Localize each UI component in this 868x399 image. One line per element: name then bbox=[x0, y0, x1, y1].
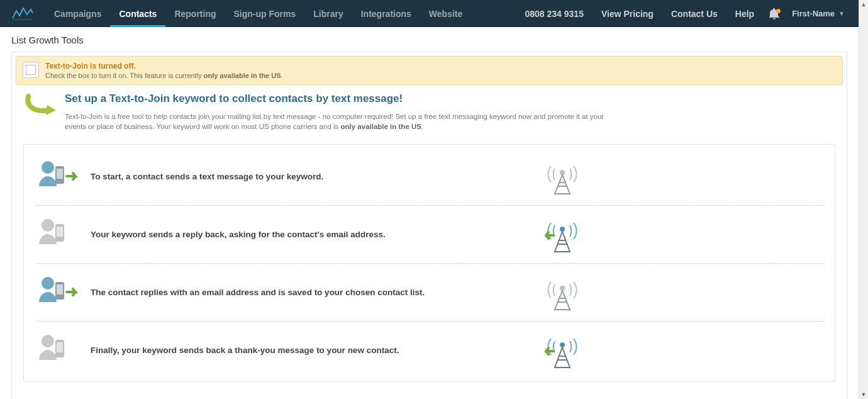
footer-text: Check out our Texting Action Planner bbox=[12, 393, 847, 399]
alert-subtext: Check the box to turn it on. This featur… bbox=[45, 72, 283, 79]
person-phone-send-icon bbox=[35, 157, 79, 195]
intro-text-prefix: Text-to-Join is a free tool to help cont… bbox=[65, 113, 604, 130]
steps-panel: To start, a contact sends a text message… bbox=[23, 144, 835, 382]
user-name: First-Name bbox=[792, 9, 835, 18]
alert-sub-prefix: Check the box to turn it on. This featur… bbox=[45, 72, 204, 79]
svg-point-8 bbox=[42, 277, 54, 289]
phone-number[interactable]: 0808 234 9315 bbox=[516, 0, 592, 27]
nav-label: Campaigns bbox=[54, 9, 101, 19]
curved-arrow-icon bbox=[23, 93, 55, 118]
svg-rect-2 bbox=[57, 169, 63, 179]
view-pricing-link[interactable]: View Pricing bbox=[593, 0, 662, 27]
contact-us-link[interactable]: Contact Us bbox=[662, 0, 726, 27]
svg-point-0 bbox=[42, 161, 54, 174]
enable-checkbox-wrap[interactable] bbox=[23, 62, 39, 78]
step-text: To start, a contact sends a text message… bbox=[91, 172, 529, 181]
svg-rect-14 bbox=[57, 342, 63, 352]
step-text: Finally, your keyword sends back a thank… bbox=[91, 346, 529, 355]
tower-reply-icon bbox=[540, 215, 584, 253]
notifications-button[interactable] bbox=[763, 0, 786, 27]
nav-library[interactable]: Library bbox=[304, 0, 352, 27]
svg-point-12 bbox=[42, 335, 54, 347]
intro-description: Text-to-Join is a free tool to help cont… bbox=[65, 111, 618, 132]
svg-rect-10 bbox=[57, 284, 63, 295]
contact-text: Contact Us bbox=[671, 9, 718, 19]
person-phone-idle-icon bbox=[35, 331, 79, 369]
nav-contacts[interactable]: Contacts bbox=[110, 0, 165, 27]
tower-icon bbox=[540, 157, 584, 195]
pricing-text: View Pricing bbox=[601, 9, 654, 19]
nav-campaigns[interactable]: Campaigns bbox=[45, 0, 110, 27]
scroll-down-arrow-icon[interactable]: ▼ bbox=[859, 390, 868, 399]
nav-label: Sign-up Forms bbox=[233, 9, 296, 19]
nav-signup-forms[interactable]: Sign-up Forms bbox=[225, 0, 304, 27]
nav-integrations[interactable]: Integrations bbox=[352, 0, 420, 27]
alert-sub-suffix: . bbox=[281, 72, 283, 79]
enable-checkbox[interactable] bbox=[26, 65, 36, 75]
nav-label: Library bbox=[313, 9, 343, 19]
nav-website[interactable]: Website bbox=[420, 0, 471, 27]
alert-sub-bold: only available in the US bbox=[204, 72, 281, 79]
nav-label: Integrations bbox=[361, 9, 411, 19]
intro-text-bold: only available in the US bbox=[341, 123, 421, 130]
top-nav-bar: Campaigns Contacts Reporting Sign-up For… bbox=[0, 0, 859, 27]
phone-text: 0808 234 9315 bbox=[525, 9, 583, 19]
step-text: Your keyword sends a reply back, asking … bbox=[91, 230, 529, 239]
outer-scrollbar[interactable]: ▲ ▼ bbox=[859, 0, 868, 399]
step-row: The contact replies with an email addres… bbox=[24, 263, 835, 321]
page-title: List Growth Tools bbox=[0, 27, 859, 52]
tower-icon bbox=[540, 273, 584, 311]
brand-logo[interactable] bbox=[6, 0, 39, 27]
notification-dot-icon bbox=[776, 9, 781, 13]
step-row: Your keyword sends a reply back, asking … bbox=[24, 205, 835, 263]
step-row: Finally, your keyword sends back a thank… bbox=[24, 321, 835, 379]
intro-text-suffix: . bbox=[421, 123, 423, 130]
nav-label: Contacts bbox=[119, 9, 157, 19]
help-text: Help bbox=[735, 9, 754, 19]
nav-label: Reporting bbox=[174, 9, 216, 19]
feature-off-alert: Text-to-Join is turned off. Check the bo… bbox=[16, 56, 843, 85]
person-phone-send-icon bbox=[35, 273, 79, 311]
nav-reporting[interactable]: Reporting bbox=[165, 0, 225, 27]
nav-label: Website bbox=[429, 9, 462, 19]
person-phone-idle-icon bbox=[35, 215, 79, 253]
viewport[interactable]: Campaigns Contacts Reporting Sign-up For… bbox=[0, 0, 859, 399]
user-menu[interactable]: First-Name ▼ bbox=[786, 0, 851, 27]
chevron-down-icon: ▼ bbox=[838, 10, 845, 17]
svg-point-4 bbox=[42, 219, 54, 232]
alert-title: Text-to-Join is turned off. bbox=[45, 62, 283, 70]
intro-section: Set up a Text-to-Join keyword to collect… bbox=[12, 93, 847, 138]
top-nav-right: 0808 234 9315 View Pricing Contact Us He… bbox=[516, 0, 851, 27]
help-link[interactable]: Help bbox=[726, 0, 763, 27]
step-text: The contact replies with an email addres… bbox=[91, 288, 529, 297]
primary-nav: Campaigns Contacts Reporting Sign-up For… bbox=[45, 0, 471, 27]
intro-title: Set up a Text-to-Join keyword to collect… bbox=[65, 93, 618, 105]
scroll-up-arrow-icon[interactable]: ▲ bbox=[859, 0, 868, 9]
main-panel: Text-to-Join is turned off. Check the bo… bbox=[11, 52, 847, 399]
svg-rect-6 bbox=[57, 227, 63, 237]
tower-reply-icon bbox=[540, 331, 584, 369]
step-row: To start, a contact sends a text message… bbox=[24, 147, 835, 205]
